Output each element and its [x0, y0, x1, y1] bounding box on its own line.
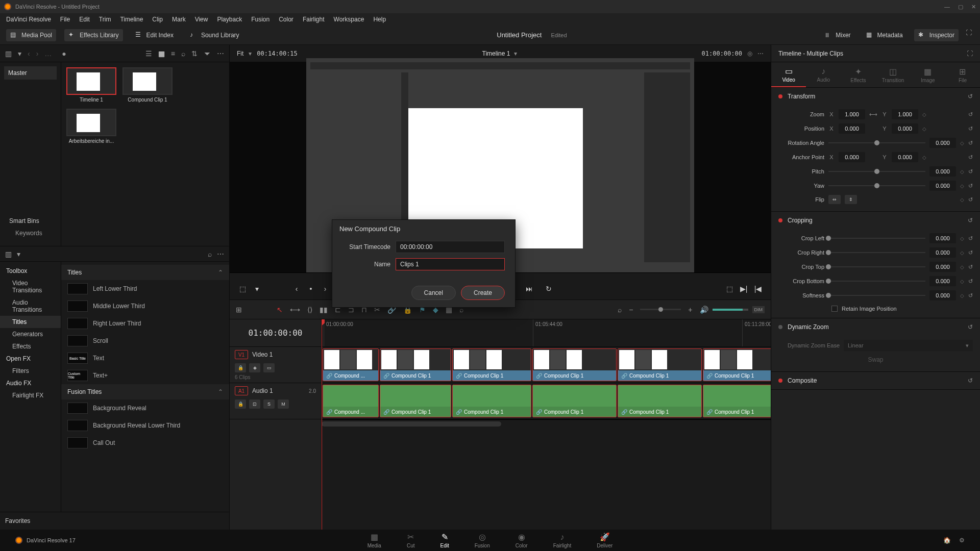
close-icon[interactable]: ✕ [971, 4, 976, 10]
zoom-x-field[interactable]: 1.000 [839, 109, 865, 119]
title-preset[interactable]: Call Out [61, 434, 229, 452]
pitch-field[interactable]: 0.000 [929, 166, 956, 177]
settings-icon[interactable]: ⚙ [959, 537, 965, 544]
audio-track-lane[interactable]: 🔗Compound ...🔗Compound Clip 1🔗Compound C… [322, 383, 771, 419]
menu-davinci[interactable]: DaVinci Resolve [6, 16, 51, 23]
menu-trim[interactable]: Trim [99, 16, 111, 23]
expand-icon[interactable]: ⛶ [967, 50, 973, 57]
efx-filters[interactable]: Filters [0, 365, 61, 377]
reset-icon[interactable]: ↺ [968, 93, 973, 100]
menu-fusion[interactable]: Fusion [251, 16, 270, 23]
reset-icon[interactable]: ↺ [968, 377, 973, 384]
efx-video-transitions[interactable]: Video Transitions [0, 277, 61, 296]
match-frame-icon[interactable]: ⬚ [725, 284, 734, 293]
track-lock-icon[interactable]: 🔒 [235, 363, 246, 372]
keyframe-icon[interactable]: ◇ [960, 279, 964, 284]
timeline-clip[interactable]: 🔗Compound Clip 1 [452, 385, 531, 417]
name-input[interactable] [396, 258, 505, 270]
sound-library-button[interactable]: ♪ Sound Library [186, 29, 243, 41]
strip-view-icon[interactable]: ≡ [171, 49, 175, 58]
crop-left-field[interactable]: 0.000 [929, 233, 956, 243]
anchor-x-field[interactable]: 0.000 [839, 152, 865, 162]
timeline-scrollbar[interactable] [322, 419, 771, 428]
pos-y-field[interactable]: 0.000 [892, 123, 918, 134]
crop-top-field[interactable]: 0.000 [929, 262, 956, 272]
more-icon[interactable]: ⋯ [217, 250, 224, 258]
menu-help[interactable]: Help [373, 16, 386, 23]
inspector-tab-image[interactable]: ▦Image [911, 62, 945, 87]
reset-icon[interactable]: ↺ [968, 235, 973, 242]
yaw-slider[interactable] [828, 181, 925, 191]
timeline-clip[interactable]: 🔗Compound ... [323, 348, 379, 381]
reset-icon[interactable]: ↺ [968, 278, 973, 285]
track-header-v1[interactable]: V1 Video 1 🔒 ◈ ▭ 6 Clips [230, 347, 321, 383]
rotation-field[interactable]: 0.000 [929, 138, 956, 148]
sort-icon[interactable]: ⇅ [191, 49, 198, 58]
media-item[interactable]: Compound Clip 1 [122, 67, 173, 103]
home-icon[interactable]: 🏠 [943, 537, 951, 544]
rotation-slider[interactable] [828, 138, 925, 148]
video-track-lane[interactable]: 🔗Compound ...🔗Compound Clip 1🔗Compound C… [322, 347, 771, 383]
title-preset[interactable]: Background Reveal [61, 399, 229, 417]
track-record-icon[interactable]: ⊡ [249, 399, 260, 409]
prev-mark-icon[interactable]: ‹ [292, 284, 301, 293]
keyframe-icon[interactable]: ◇ [960, 197, 964, 203]
trim-tool-icon[interactable]: ⟷ [290, 306, 300, 314]
title-preset[interactable]: Background Reveal Lower Third [61, 417, 229, 434]
reset-icon[interactable]: ↺ [968, 323, 973, 331]
keyframe-icon[interactable]: ◇ [960, 236, 964, 241]
effects-list-icon[interactable]: ▥ [5, 250, 12, 258]
timeline-clip[interactable]: 🔗Compound Clip 1 [703, 348, 771, 381]
composite-header[interactable]: Composite ↺ [771, 372, 980, 389]
efx-generators[interactable]: Generators [0, 328, 61, 340]
softness-slider[interactable] [828, 290, 925, 300]
title-preset[interactable]: Basic TitleText [61, 349, 229, 367]
menu-timeline[interactable]: Timeline [120, 16, 143, 23]
crop-top-slider[interactable] [828, 262, 925, 272]
dim-button[interactable]: DIM [752, 306, 765, 313]
title-preset[interactable]: Middle Lower Third [61, 297, 229, 315]
track-badge[interactable]: A1 [235, 386, 248, 395]
inspector-tab-transition[interactable]: ◫Transition [876, 62, 911, 87]
menu-fairlight[interactable]: Fairlight [303, 16, 325, 23]
more-icon[interactable]: ⋯ [217, 49, 224, 58]
timeline-ruler[interactable]: 01:00:00:00 01:05:44:00 01:11:28:00 [322, 319, 771, 347]
chevron-down-icon[interactable]: ▾ [249, 50, 252, 57]
page-tab-edit[interactable]: ✎Edit [440, 532, 449, 548]
search-icon[interactable]: ⌕ [181, 49, 185, 58]
efx-audio-transitions[interactable]: Audio Transitions [0, 296, 61, 316]
menu-file[interactable]: File [60, 16, 70, 23]
menu-mark[interactable]: Mark [172, 16, 186, 23]
menu-clip[interactable]: Clip [152, 16, 163, 23]
start-timecode-input[interactable] [396, 241, 505, 253]
thumb-view-icon[interactable]: ▦ [158, 49, 165, 58]
title-preset[interactable]: Right Lower Third [61, 315, 229, 332]
zoom-slider[interactable] [640, 309, 681, 310]
softness-field[interactable]: 0.000 [929, 290, 956, 300]
zoom-in-icon[interactable]: + [688, 306, 692, 314]
title-preset[interactable]: Scroll [61, 332, 229, 349]
title-preset[interactable]: Left Lower Third [61, 280, 229, 297]
viewer-title[interactable]: Timeline 1 [482, 50, 510, 57]
reset-icon[interactable]: ↺ [968, 140, 973, 146]
track-auto-icon[interactable]: ◈ [249, 363, 260, 372]
page-tab-media[interactable]: ▦Media [368, 532, 381, 548]
chevron-down-icon[interactable]: ▾ [514, 50, 517, 57]
section-enabled-dot[interactable] [778, 325, 782, 329]
go-end-button[interactable]: ▶| [739, 284, 748, 293]
reset-icon[interactable]: ↺ [968, 292, 973, 299]
maximize-icon[interactable]: ▢ [958, 4, 963, 10]
keyframe-icon[interactable]: ◇ [922, 112, 926, 117]
inspector-tab-effects[interactable]: ✦Effects [841, 62, 875, 87]
efx-toolbox[interactable]: Toolbox [0, 265, 61, 277]
bin-path-icon[interactable]: … [44, 49, 52, 58]
cropping-header[interactable]: Cropping ↺ [771, 212, 980, 229]
media-pool-button[interactable]: ▤ Media Pool [6, 29, 56, 41]
efx-fairlightfx[interactable]: Fairlight FX [0, 389, 61, 402]
more-icon[interactable]: ⋯ [757, 50, 764, 57]
timeline-clip[interactable]: 🔗Compound Clip 1 [532, 385, 617, 417]
inspector-button[interactable]: ✱ Inspector [914, 29, 959, 41]
timeline-clip[interactable]: 🔗Compound Clip 1 [380, 348, 451, 381]
reset-icon[interactable]: ↺ [968, 111, 973, 118]
speaker-icon[interactable]: 🔊 [700, 306, 708, 314]
